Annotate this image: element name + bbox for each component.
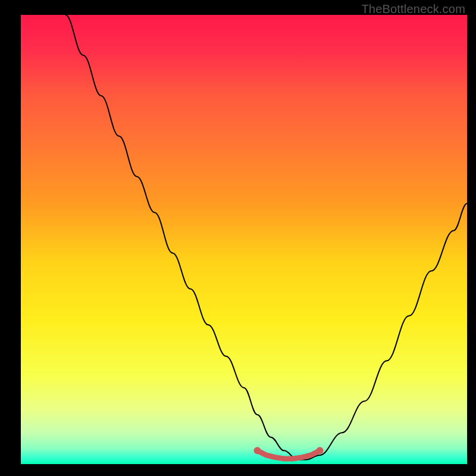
svg-point-1 xyxy=(317,447,324,454)
plot-area xyxy=(21,15,467,464)
svg-point-0 xyxy=(254,447,261,454)
watermark-text: TheBottleneck.com xyxy=(361,2,465,16)
chart-container: TheBottleneck.com xyxy=(0,0,476,476)
gradient-background xyxy=(21,15,467,464)
plot-svg xyxy=(21,15,467,464)
